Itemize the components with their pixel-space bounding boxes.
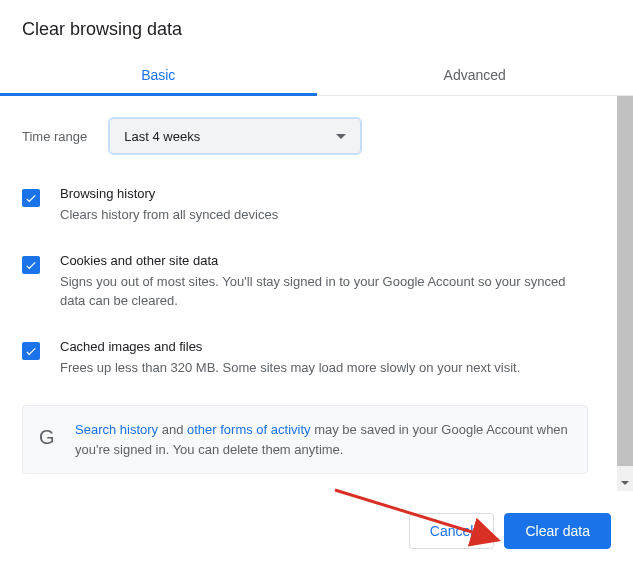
scrollbar[interactable] bbox=[617, 96, 633, 491]
chevron-down-icon bbox=[621, 481, 629, 485]
checkbox-cookies[interactable] bbox=[22, 256, 40, 274]
tab-bar: Basic Advanced bbox=[0, 54, 633, 96]
time-range-label: Time range bbox=[22, 129, 87, 144]
cancel-button[interactable]: Cancel bbox=[409, 513, 495, 549]
google-account-info: G Search history and other forms of acti… bbox=[22, 405, 588, 474]
option-title: Browsing history bbox=[60, 186, 588, 201]
option-text: Cached images and files Frees up less th… bbox=[60, 339, 588, 378]
check-icon bbox=[24, 258, 38, 272]
info-text: Search history and other forms of activi… bbox=[75, 420, 571, 459]
option-desc: Clears history from all synced devices bbox=[60, 205, 588, 225]
time-range-row: Time range Last 4 weeks bbox=[22, 118, 588, 154]
option-cached: Cached images and files Frees up less th… bbox=[22, 339, 588, 378]
tab-label: Advanced bbox=[444, 67, 506, 83]
scrollbar-down-button[interactable] bbox=[617, 474, 633, 491]
option-desc: Signs you out of most sites. You'll stay… bbox=[60, 272, 588, 311]
info-text-part: and bbox=[158, 422, 187, 437]
checkbox-cached[interactable] bbox=[22, 342, 40, 360]
chevron-down-icon bbox=[336, 134, 346, 139]
other-activity-link[interactable]: other forms of activity bbox=[187, 422, 311, 437]
checkbox-browsing-history[interactable] bbox=[22, 189, 40, 207]
option-title: Cached images and files bbox=[60, 339, 588, 354]
time-range-select[interactable]: Last 4 weeks bbox=[109, 118, 361, 154]
option-text: Browsing history Clears history from all… bbox=[60, 186, 588, 225]
dialog-footer: Cancel Clear data bbox=[0, 491, 633, 549]
option-desc: Frees up less than 320 MB. Some sites ma… bbox=[60, 358, 588, 378]
time-range-value: Last 4 weeks bbox=[124, 129, 200, 144]
google-icon: G bbox=[39, 422, 61, 452]
dialog-content: Time range Last 4 weeks Browsing history… bbox=[0, 96, 610, 474]
clear-browsing-data-dialog: Clear browsing data Basic Advanced Time … bbox=[0, 0, 633, 549]
button-label: Cancel bbox=[430, 523, 474, 539]
dialog-title: Clear browsing data bbox=[0, 0, 633, 54]
option-cookies: Cookies and other site data Signs you ou… bbox=[22, 253, 588, 311]
search-history-link[interactable]: Search history bbox=[75, 422, 158, 437]
scroll-region: Time range Last 4 weeks Browsing history… bbox=[0, 96, 633, 491]
tab-label: Basic bbox=[141, 67, 175, 83]
scrollbar-thumb[interactable] bbox=[617, 96, 633, 466]
option-browsing-history: Browsing history Clears history from all… bbox=[22, 186, 588, 225]
tab-advanced[interactable]: Advanced bbox=[317, 54, 634, 95]
check-icon bbox=[24, 191, 38, 205]
check-icon bbox=[24, 344, 38, 358]
clear-data-button[interactable]: Clear data bbox=[504, 513, 611, 549]
option-text: Cookies and other site data Signs you ou… bbox=[60, 253, 588, 311]
button-label: Clear data bbox=[525, 523, 590, 539]
option-title: Cookies and other site data bbox=[60, 253, 588, 268]
tab-basic[interactable]: Basic bbox=[0, 54, 317, 95]
